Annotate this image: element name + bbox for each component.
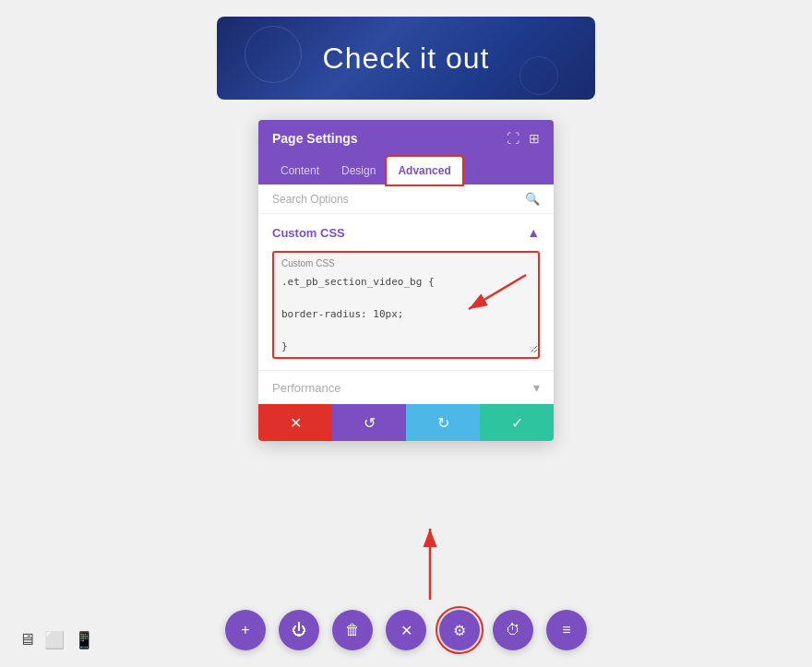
tab-advanced[interactable]: Advanced	[387, 157, 461, 185]
trash-button[interactable]: 🗑	[332, 610, 373, 650]
hero-title: Check it out	[323, 42, 490, 76]
redo-button[interactable]: ↻	[406, 404, 480, 441]
perf-header: Performance ▾	[272, 380, 540, 395]
save-button[interactable]: ✓	[480, 404, 554, 441]
hero-banner: Check it out	[217, 17, 595, 100]
tab-content[interactable]: Content	[269, 157, 330, 185]
section-header: Custom CSS ▲	[272, 225, 540, 240]
power-icon: ⏻	[292, 622, 306, 638]
resize-handle: ⠿	[529, 345, 535, 355]
css-textarea[interactable]: .et_pb_section_video_bg { border-radius:…	[274, 270, 538, 353]
css-box: Custom CSS .et_pb_section_video_bg { bor…	[272, 251, 540, 359]
history-icon: ⏱	[506, 622, 520, 638]
fullscreen-icon[interactable]: ⛶	[507, 131, 519, 146]
history-button[interactable]: ⏱	[493, 610, 533, 650]
bottom-toolbar: + ⏻ 🗑 ✕ ⚙ ⏱ ≡	[0, 610, 812, 650]
action-bar: ✕ ↺ ↻ ✓	[258, 404, 554, 441]
x-button[interactable]: ✕	[386, 610, 426, 650]
panel-header-icons: ⛶ ⊞	[507, 131, 540, 146]
css-field-label: Custom CSS	[274, 253, 538, 270]
panel-header: Page Settings ⛶ ⊞	[258, 120, 554, 157]
panel-title: Page Settings	[272, 131, 358, 146]
performance-title: Performance	[272, 381, 340, 395]
panel-tabs: Content Design Advanced	[258, 157, 554, 185]
custom-css-title: Custom CSS	[272, 226, 345, 240]
section-toggle-icon[interactable]: ▲	[527, 225, 540, 240]
page-settings-panel: Page Settings ⛶ ⊞ Content Design Advance…	[258, 120, 554, 441]
performance-icon: ≡	[562, 622, 570, 638]
undo-button[interactable]: ↺	[332, 404, 406, 441]
add-icon: +	[241, 622, 249, 638]
tab-design[interactable]: Design	[330, 157, 387, 185]
panel-search: Search Options 🔍	[258, 185, 554, 214]
performance-section: Performance ▾	[258, 370, 554, 404]
perf-toggle-icon[interactable]: ▾	[533, 380, 540, 395]
settings-icon: ⚙	[453, 622, 466, 639]
trash-icon: 🗑	[345, 622, 360, 638]
close-button[interactable]: ✕	[258, 404, 332, 441]
columns-icon[interactable]: ⊞	[529, 131, 540, 146]
custom-css-section: Custom CSS ▲ Custom CSS .et_pb_section_v…	[258, 214, 554, 370]
search-placeholder: Search Options	[272, 193, 349, 206]
power-button[interactable]: ⏻	[279, 610, 319, 650]
add-button[interactable]: +	[225, 610, 266, 650]
settings-button[interactable]: ⚙	[439, 610, 480, 650]
performance-button[interactable]: ≡	[546, 610, 587, 650]
x-icon: ✕	[400, 622, 412, 639]
search-icon[interactable]: 🔍	[525, 192, 540, 206]
